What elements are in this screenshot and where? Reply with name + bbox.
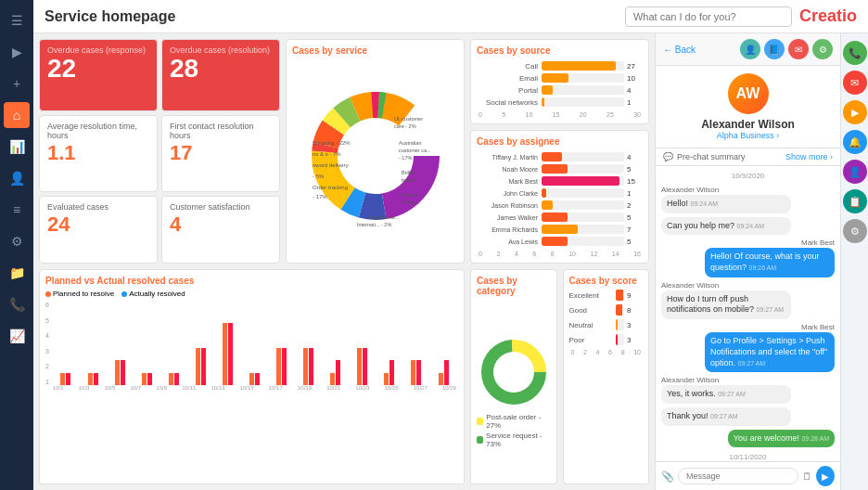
svg-text:Diamon...: Diamon... (402, 192, 424, 198)
chat-panel: ← Back 👤 📘 ✉ ⚙ AW Alexander Wilson Alpha… (655, 33, 840, 490)
action-bell-btn[interactable]: 🔔 (843, 130, 867, 154)
svg-text:Internati... - 2%: Internati... - 2% (357, 222, 391, 227)
action-play-btn[interactable]: ▶ (843, 100, 867, 124)
source-bar-call: Call 27 (477, 61, 643, 71)
send-button[interactable]: ▶ (816, 466, 835, 486)
search-input[interactable] (625, 6, 792, 27)
emoji-icon[interactable]: 🗒 (802, 471, 812, 482)
msg-8: You are welcome! 09:28 AM (661, 430, 835, 448)
cases-by-score-title: Cases by score (569, 276, 644, 286)
user-profile-area: AW Alexander Wilson Alpha Business › (656, 66, 840, 148)
kpi-overdue-resolution: Overdue cases (resolution) 28 (161, 39, 280, 111)
bar-col-7 (241, 373, 267, 385)
score-x-axis: 0246810 (569, 349, 644, 355)
source-bar-portal: Portal 4 (477, 85, 643, 95)
svg-text:Brillia...: Brillia... (402, 170, 419, 175)
cases-by-source-chart: Cases by source Call 27 Email 10 Portal (470, 39, 649, 124)
sidebar-play-icon[interactable]: ▶ (4, 39, 30, 65)
svg-text:Australian: Australian (399, 140, 421, 146)
chat-messages-container: 10/9/2020 Alexander Wilson Hello! 09:24 … (656, 166, 840, 461)
source-label-call: Call (477, 62, 542, 71)
sidebar-user-icon[interactable]: 👤 (4, 165, 30, 191)
user-company[interactable]: Alpha Business › (717, 131, 780, 140)
sidebar-phone-icon[interactable]: 📞 (4, 291, 30, 317)
action-user-btn[interactable]: 👤 (843, 160, 867, 184)
logo: Creatio (799, 6, 857, 26)
kpi-first-contact: First contact resolution hours 17 (161, 115, 280, 192)
sidebar-home-icon[interactable]: ⌂ (4, 102, 30, 128)
svg-text:oword delivery: oword delivery (313, 162, 349, 168)
source-label-email: Email (477, 74, 542, 83)
chat-icon-2[interactable]: 📘 (764, 39, 785, 59)
kpi-overdue-resolution-label: Overdue cases (resolution) (170, 45, 272, 55)
svg-text:Order tracking: Order tracking (313, 185, 348, 190)
show-more-link[interactable]: Show more › (785, 152, 833, 161)
kpi-avg-resolution-label: Average resolution time, hours (47, 122, 149, 140)
donut-chart-svg: Shipping - 22% ns & s - 7% oword deliver… (301, 82, 450, 230)
source-bar-email: Email 10 (477, 73, 643, 83)
chat-date-2: 10/11/2020 (661, 453, 835, 461)
cases-by-category-chart: Cases by category Post-sale order - 27% … (470, 269, 557, 484)
action-email-btn[interactable]: ✉ (843, 71, 867, 95)
planned-vs-actual-chart: Planned vs Actual resolved cases Planned… (39, 269, 465, 484)
sidebar: ☰ ▶ + ⌂ 📊 👤 ≡ ⚙ 📁 📞 📈 (0, 0, 33, 490)
attachment-icon[interactable]: 📎 (661, 471, 674, 483)
source-bar-social: Social networks 1 (477, 97, 643, 107)
chat-icon-4[interactable]: ⚙ (812, 39, 833, 59)
cases-by-source-title: Cases by source (477, 45, 643, 56)
kpi-group: Overdue cases (response) 22 Overdue case… (39, 39, 280, 264)
action-gear-btn[interactable]: ⚙ (843, 219, 867, 243)
bar-col-0 (53, 373, 79, 385)
sidebar-menu-icon[interactable]: ☰ (4, 7, 30, 33)
user-name: Alexander Wilson (701, 118, 795, 131)
msg-4: Alexander Wilson How do I turn off push … (661, 281, 835, 319)
sidebar-chart-icon[interactable]: 📊 (4, 134, 30, 160)
user-avatar: AW (728, 73, 769, 114)
msg-1: Alexander Wilson Hello! 09:24 AM (661, 186, 835, 213)
source-label-portal: Portal (477, 86, 542, 95)
category-donut-svg (477, 335, 551, 409)
chat-icon-1[interactable]: 👤 (740, 39, 760, 59)
bar-col-13 (403, 360, 429, 385)
action-phone-btn[interactable]: 📞 (843, 41, 867, 65)
dashboard-panels: Overdue cases (response) 22 Overdue case… (33, 33, 655, 490)
bar-col-6 (214, 323, 240, 385)
sidebar-analytics-icon[interactable]: 📈 (4, 323, 30, 349)
kpi-evaluated-value: 24 (47, 213, 149, 236)
message-input[interactable] (678, 468, 798, 484)
legend-planned-dot (45, 291, 51, 297)
chat-icon-3[interactable]: ✉ (788, 39, 809, 59)
sidebar-add-icon[interactable]: + (4, 71, 30, 97)
summary-label: Pre-chat summary (677, 152, 746, 161)
chat-back-button[interactable]: ← Back (663, 45, 696, 55)
cases-by-assignee-chart: Cases by assignee Tiffany J. Martin 4 No… (470, 130, 649, 264)
kpi-evaluated: Evaluated cases 24 (39, 196, 158, 264)
bar-col-8 (269, 348, 295, 385)
action-list-btn[interactable]: 📋 (843, 189, 867, 213)
msg-5: Mark Best Go to Profile > Settings > Pus… (661, 323, 835, 372)
planned-x-axis: 10/110/310/510/710/910/1110/1310/1510/17… (51, 385, 458, 391)
svg-text:care - 2%: care - 2% (394, 123, 416, 129)
chat-icons: 👤 📘 ✉ ⚙ (740, 39, 833, 59)
kpi-avg-resolution-value: 1.1 (47, 142, 149, 164)
cases-by-assignee-bars: Tiffany J. Martin 4 Noah Moore 5 Mark Be… (477, 150, 643, 251)
msg-3: Mark Best Hello! Of course, what is your… (661, 239, 835, 277)
sidebar-list-icon[interactable]: ≡ (4, 197, 30, 223)
bar-group (51, 302, 458, 385)
source-x-axis: 051015202530 (477, 111, 643, 118)
sidebar-gear-icon[interactable]: ⚙ (4, 228, 30, 254)
sidebar-folder-icon[interactable]: 📁 (4, 260, 30, 286)
dashboard-area: Overdue cases (response) 22 Overdue case… (33, 33, 868, 490)
kpi-first-contact-value: 17 (170, 142, 272, 164)
planned-vs-actual-title: Planned vs Actual resolved cases (45, 276, 458, 286)
right-action-bar: 📞 ✉ ▶ 🔔 👤 📋 ⚙ (840, 33, 868, 490)
bar-col-3 (134, 373, 160, 385)
legend-planned-label: Planned to resolve (53, 290, 114, 298)
svg-text:- 5%: - 5% (313, 174, 325, 179)
msg-6: Alexander Wilson Yes, it works. 09:27 AM (661, 376, 835, 404)
kpi-satisfaction-label: Customer satisfaction (170, 202, 272, 212)
kpi-satisfaction-value: 4 (170, 213, 272, 236)
kpi-overdue-response-label: Overdue cases (response) (47, 45, 149, 55)
summary-icon: 💬 (663, 152, 673, 161)
assignee-x-axis: 0246810121416 (477, 251, 643, 257)
